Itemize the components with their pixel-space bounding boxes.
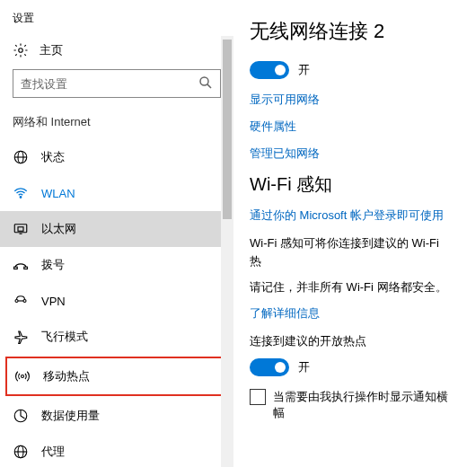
svg-rect-10 (14, 267, 18, 269)
search-icon (198, 75, 214, 91)
sidebar-item-airplane[interactable]: 飞行模式 (0, 319, 233, 355)
link-manage-known[interactable]: 管理已知网络 (250, 145, 449, 162)
open-hotspot-toggle-row: 开 (250, 358, 449, 376)
proxy-icon (13, 444, 29, 460)
app-title: 设置 (0, 7, 233, 35)
sidebar-item-label: 代理 (41, 444, 65, 460)
sidebar-item-datausage[interactable]: 数据使用量 (0, 398, 233, 434)
page-title: 无线网络连接 2 (250, 18, 449, 45)
sense-desc-1: Wi-Fi 感知可将你连接到建议的 Wi-Fi 热 (250, 234, 449, 269)
highlight-box: 移动热点 (5, 357, 228, 396)
wifi-toggle-label: 开 (298, 62, 310, 78)
sidebar-item-wlan[interactable]: WLAN (0, 175, 233, 211)
notify-checkbox-row: 当需要由我执行操作时显示通知横幅 (250, 389, 449, 421)
dialup-icon (13, 257, 29, 273)
nav-list: 状态 WLAN 以太网 拨号 VPN 飞行模式 (0, 139, 233, 355)
hotspot-icon (14, 368, 31, 384)
section-label: 网络和 Internet (0, 110, 233, 139)
open-hotspot-label: 连接到建议的开放热点 (250, 332, 449, 350)
sidebar-item-label: VPN (41, 295, 66, 308)
sidebar-item-hotspot[interactable]: 移动热点 (7, 358, 226, 394)
home-button[interactable]: 主页 (0, 35, 233, 69)
sidebar-item-label: 状态 (41, 149, 65, 165)
sidebar-item-label: 以太网 (41, 221, 76, 237)
airplane-icon (13, 329, 29, 345)
wifi-toggle-row: 开 (250, 61, 449, 79)
scrollbar-thumb[interactable] (223, 40, 232, 219)
open-hotspot-toggle-label: 开 (298, 359, 310, 375)
sidebar-item-vpn[interactable]: VPN (0, 283, 233, 319)
link-show-networks[interactable]: 显示可用网络 (250, 92, 449, 108)
sidebar-item-label: 飞行模式 (41, 329, 88, 345)
ethernet-icon (13, 221, 29, 237)
gear-icon (13, 42, 29, 58)
search-wrap (13, 69, 221, 98)
sidebar-item-label: 移动热点 (43, 368, 90, 384)
sidebar-item-label: 数据使用量 (41, 408, 100, 424)
svg-point-6 (20, 197, 22, 198)
sense-desc-2: 请记住，并非所有 Wi-Fi 网络都安全。 (250, 278, 449, 296)
link-ms-login[interactable]: 通过你的 Microsoft 帐户登录即可使用 (250, 207, 449, 224)
main-panel: 无线网络连接 2 开 显示可用网络 硬件属性 管理已知网络 Wi-Fi 感知 通… (233, 0, 449, 476)
datausage-icon (13, 408, 29, 424)
open-hotspot-toggle[interactable] (250, 358, 289, 376)
search-input[interactable] (13, 69, 221, 98)
nav-list-cont: 数据使用量 代理 (0, 398, 233, 470)
link-learn-more[interactable]: 了解详细信息 (250, 305, 449, 322)
svg-point-0 (19, 48, 23, 53)
wifi-sense-title: Wi-Fi 感知 (250, 172, 449, 197)
sidebar-item-dialup[interactable]: 拨号 (0, 247, 233, 283)
svg-point-15 (22, 375, 24, 378)
wifi-toggle[interactable] (250, 61, 289, 79)
svg-point-1 (200, 77, 208, 85)
sidebar-item-proxy[interactable]: 代理 (0, 434, 233, 470)
link-hardware-props[interactable]: 硬件属性 (250, 119, 449, 135)
svg-point-13 (23, 300, 26, 303)
svg-point-12 (15, 300, 18, 303)
notify-checkbox[interactable] (250, 389, 266, 405)
globe-icon (13, 149, 29, 165)
svg-line-2 (207, 84, 211, 88)
sidebar-item-label: WLAN (41, 187, 75, 200)
sidebar-item-ethernet[interactable]: 以太网 (0, 211, 233, 247)
vpn-icon (13, 293, 29, 309)
sidebar-item-status[interactable]: 状态 (0, 139, 233, 175)
sidebar-item-label: 拨号 (41, 257, 65, 273)
sidebar: 设置 主页 网络和 Internet 状态 WLAN 以太网 拨号 (0, 0, 233, 476)
svg-rect-11 (24, 267, 28, 269)
notify-checkbox-label: 当需要由我执行操作时显示通知横幅 (273, 389, 449, 421)
svg-rect-8 (18, 227, 23, 232)
wifi-icon (13, 185, 29, 201)
home-label: 主页 (40, 42, 63, 58)
